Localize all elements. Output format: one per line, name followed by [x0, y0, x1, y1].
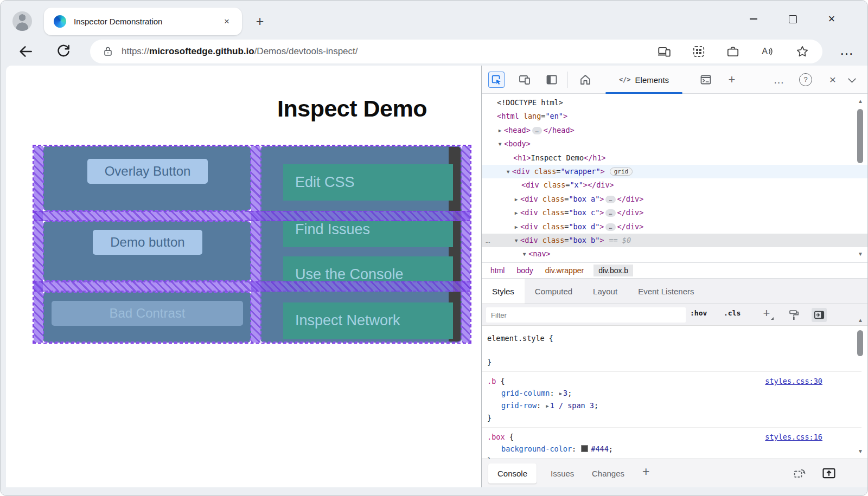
collapse-arrow-icon[interactable]: ▼: [512, 234, 520, 247]
read-aloud-button[interactable]: A: [760, 44, 774, 59]
drawer-tab-changes[interactable]: Changes: [583, 463, 634, 484]
dom-tree-row[interactable]: <h1>Inspect Demo</h1>: [482, 151, 868, 165]
styles-scrollbar[interactable]: ▲ ▼: [857, 315, 864, 459]
minimize-button[interactable]: [742, 9, 765, 29]
row-actions-icon[interactable]: …: [486, 234, 490, 247]
tab-styles[interactable]: Styles: [482, 279, 525, 304]
browser-menu-button[interactable]: …: [836, 41, 858, 62]
collapse-arrow-icon[interactable]: ▼: [520, 247, 528, 261]
grid-badge[interactable]: grid: [610, 168, 633, 176]
scroll-up-icon[interactable]: ▲: [857, 98, 864, 104]
send-to-devices-button[interactable]: [657, 44, 671, 59]
scrollbar-thumb[interactable]: [857, 330, 863, 356]
css-selector[interactable]: .b: [487, 377, 496, 385]
stylesheet-link[interactable]: styles.css:16: [765, 431, 822, 443]
dom-tree-row[interactable]: ▼<nav>: [482, 247, 868, 261]
drawer-tab-console[interactable]: Console: [488, 463, 537, 484]
dom-tree-row[interactable]: <div class="x"></div>: [482, 178, 868, 192]
toggle-computed-sidebar-button[interactable]: [812, 308, 827, 322]
css-declaration[interactable]: grid-column: ▶3;: [487, 387, 861, 400]
grid-box-a[interactable]: Overlay Button: [43, 146, 251, 211]
breadcrumb-item-div-wrapper[interactable]: div.wrapper: [543, 265, 586, 276]
workspaces-button[interactable]: [726, 44, 740, 59]
expand-arrow-icon[interactable]: ▶: [512, 206, 520, 220]
maximize-button[interactable]: [781, 9, 805, 29]
nav-link-inspect-network[interactable]: Inspect Network: [283, 302, 453, 339]
expand-value-icon[interactable]: ▶: [546, 403, 548, 409]
dom-tree-row[interactable]: …▼<div class="box b">== $0: [482, 234, 868, 247]
favorites-button[interactable]: [795, 44, 809, 59]
tab-event-listeners[interactable]: Event Listeners: [628, 279, 704, 304]
inline-expand-icon[interactable]: …: [532, 127, 542, 134]
breadcrumb-item-body[interactable]: body: [514, 265, 535, 276]
css-declaration[interactable]: grid-row: ▶1 / span 3;: [487, 400, 861, 412]
grid-box-d[interactable]: Bad Contrast: [43, 292, 251, 343]
scroll-down-icon[interactable]: ▼: [857, 251, 864, 257]
dom-tree-row[interactable]: ▶<div class="box a">…</div>: [482, 192, 868, 206]
bad-contrast-button[interactable]: Bad Contrast: [52, 301, 243, 326]
dom-tree-row[interactable]: <html lang="en">: [482, 109, 868, 123]
dock-side-button[interactable]: [544, 72, 560, 88]
url-text[interactable]: https://microsoftedge.github.io/Demos/de…: [122, 40, 358, 63]
css-selector[interactable]: element.style: [487, 334, 545, 343]
css-rule[interactable]: element.style {}: [482, 329, 861, 372]
scrollbar-thumb[interactable]: [857, 109, 863, 163]
toggle-element-classes-button[interactable]: .cls: [724, 309, 741, 317]
format-painter-button[interactable]: [788, 308, 801, 321]
new-tab-button[interactable]: +: [252, 14, 268, 30]
inline-expand-icon[interactable]: …: [605, 223, 615, 231]
tab-close-icon[interactable]: ×: [220, 15, 233, 28]
demo-button[interactable]: Demo button: [93, 230, 202, 255]
breadcrumb-item-div-box-b[interactable]: div.box.b: [593, 265, 633, 276]
expand-drawer-button[interactable]: [821, 466, 837, 481]
tab-elements[interactable]: </> Elements: [600, 66, 688, 94]
toggle-pseudo-classes-button[interactable]: :hov: [690, 309, 707, 317]
scroll-down-icon[interactable]: ▼: [857, 448, 864, 454]
dom-tree-row[interactable]: ▶<div class="box d">…</div>: [482, 220, 868, 234]
expand-arrow-icon[interactable]: ▶: [512, 192, 520, 206]
tab-layout[interactable]: Layout: [583, 279, 628, 304]
expand-arrow-icon[interactable]: ▶: [496, 124, 504, 137]
drawer-tab-issues[interactable]: Issues: [541, 463, 583, 484]
expand-value-icon[interactable]: ▶: [559, 391, 562, 396]
browser-tab[interactable]: Inspector Demonstration ×: [44, 8, 242, 35]
collapse-arrow-icon[interactable]: ▼: [496, 137, 504, 151]
grid-box-c[interactable]: Demo button: [43, 221, 251, 281]
console-panel-button[interactable]: [698, 72, 714, 88]
grid-box-b[interactable]: Edit CSS Find Issues Use the Console Ins…: [260, 146, 462, 343]
devtools-menu-button[interactable]: …: [771, 72, 787, 88]
close-window-button[interactable]: ×: [820, 9, 844, 29]
dom-tree-row[interactable]: ▼<div class="wrapper">grid: [482, 165, 868, 178]
device-emulation-button[interactable]: [516, 72, 533, 88]
tab-computed[interactable]: Computed: [525, 279, 583, 304]
dom-tree-scrollbar[interactable]: ▲ ▼: [857, 94, 864, 262]
nav-link-edit-css[interactable]: Edit CSS: [283, 164, 453, 201]
breadcrumb-item-html[interactable]: html: [488, 265, 507, 276]
overlay-button[interactable]: Overlay Button: [87, 159, 208, 184]
address-bar[interactable]: https://microsoftedge.github.io/Demos/de…: [90, 40, 822, 63]
back-button[interactable]: [17, 43, 34, 60]
welcome-panel-button[interactable]: [577, 72, 593, 88]
split-screen-button[interactable]: [692, 44, 706, 59]
dom-tree-row[interactable]: ▼<body>: [482, 137, 868, 151]
inline-expand-icon[interactable]: …: [605, 196, 615, 203]
restore-dock-button[interactable]: [792, 466, 807, 481]
new-style-rule-button[interactable]: +: [760, 306, 774, 321]
css-declaration[interactable]: background-color: #444;: [487, 443, 861, 455]
css-rule[interactable]: .box {styles.css:16background-color: #44…: [482, 428, 861, 459]
collapse-arrow-icon[interactable]: ▼: [504, 165, 512, 178]
profile-avatar[interactable]: [12, 11, 32, 31]
dom-tree-row[interactable]: ▶<head>…</head>: [482, 124, 868, 137]
inspect-element-button[interactable]: [488, 72, 505, 88]
help-button[interactable]: ?: [797, 72, 814, 88]
empty-declarations-area[interactable]: [487, 344, 861, 356]
reload-button[interactable]: [55, 43, 72, 60]
color-swatch[interactable]: [581, 445, 588, 452]
dom-tree-row[interactable]: ▶<div class="box c">…</div>: [482, 206, 868, 220]
add-drawer-tab-button[interactable]: +: [642, 465, 649, 479]
css-rule[interactable]: .b {styles.css:30grid-column: ▶3;grid-ro…: [482, 372, 861, 428]
expand-arrow-icon[interactable]: ▶: [512, 220, 520, 234]
css-selector[interactable]: .box: [487, 433, 505, 441]
filter-input[interactable]: [486, 307, 686, 323]
scroll-up-icon[interactable]: ▲: [857, 317, 864, 323]
